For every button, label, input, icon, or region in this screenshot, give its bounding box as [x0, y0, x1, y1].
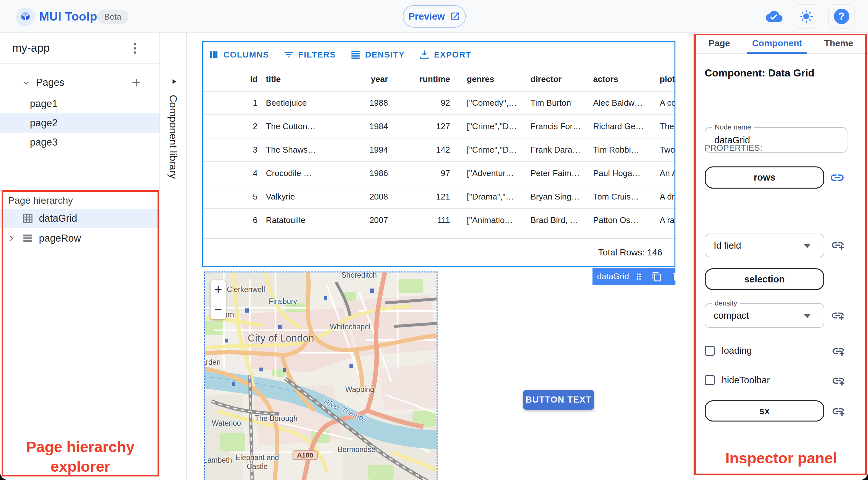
page-hierarchy-title: Page hierarchy: [8, 192, 73, 209]
hidetoolbar-checkbox-row: hideToolbar: [705, 375, 770, 386]
table-cell: 5: [203, 192, 261, 202]
filters-button[interactable]: FILTERS: [283, 49, 336, 60]
table-cell: 2: [203, 122, 261, 131]
table-cell: Brad Bird, …: [527, 215, 589, 225]
column-header-genres[interactable]: genres: [454, 74, 527, 84]
sidebar-page-page2[interactable]: page2: [0, 114, 159, 133]
add-page-icon[interactable]: [130, 77, 142, 88]
table-cell: 4: [203, 168, 261, 178]
sidebar-page-page3[interactable]: page3: [0, 133, 159, 152]
datagrid-header: idtitleyearruntimegenresdirectoractorspl…: [203, 67, 675, 92]
column-header-plot[interactable]: plot: [655, 74, 675, 84]
chevron-right-icon[interactable]: [7, 234, 16, 243]
column-header-runtime[interactable]: runtime: [392, 74, 454, 84]
table-row[interactable]: 4Crocodile …198697["Adventur…Peter Faim……: [203, 162, 675, 185]
open-in-new-icon: [450, 11, 460, 22]
app-name-row: my-app: [0, 33, 159, 64]
total-rows-label: Total Rows: 146: [598, 247, 662, 258]
link-icon[interactable]: [830, 170, 845, 185]
cloud-sync-icon[interactable]: [765, 8, 783, 24]
zoom-in-button[interactable]: +: [211, 280, 226, 300]
table-cell: The Shaws…: [261, 145, 335, 155]
loading-label: loading: [722, 345, 752, 356]
preview-button[interactable]: Preview: [403, 5, 466, 28]
column-header-year[interactable]: year: [335, 74, 392, 84]
component-library-panel[interactable]: Component library: [160, 33, 187, 480]
table-cell: 1988: [335, 98, 392, 108]
help-button[interactable]: ?: [828, 4, 855, 29]
table-row[interactable]: 5Valkyrie2008121["Drama","…Bryan Sing…To…: [203, 185, 675, 209]
add-link-icon[interactable]: [831, 309, 845, 323]
pages-tree-header[interactable]: Pages: [0, 73, 159, 94]
density-button[interactable]: DENSITY: [350, 49, 405, 60]
add-link-icon[interactable]: [831, 238, 845, 252]
selection-property-button[interactable]: selection: [705, 268, 824, 290]
sx-property-button[interactable]: sx: [705, 400, 824, 421]
table-cell: Valkyrie: [261, 192, 335, 202]
delete-icon[interactable]: [671, 271, 682, 282]
table-cell: Tim Burton: [527, 98, 589, 108]
hierarchy-item-pagerow[interactable]: pageRow: [0, 229, 159, 248]
app-name: my-app: [12, 41, 50, 54]
hidetoolbar-checkbox[interactable]: [705, 375, 715, 385]
theme-toggle-button[interactable]: [793, 4, 819, 29]
table-cell: ["Crime","D…: [454, 122, 527, 131]
export-button[interactable]: EXPORT: [419, 49, 471, 60]
columns-button-label: COLUMNS: [223, 50, 269, 60]
beta-badge: Beta: [97, 10, 129, 24]
datagrid-rows: 1Beetlejuice198892["Comedy",…Tim BurtonA…: [203, 92, 675, 232]
tab-page[interactable]: Page: [709, 33, 730, 53]
tab-component[interactable]: Component: [752, 33, 802, 53]
table-row[interactable]: 2The Cotton…1984127["Crime","D…Francis F…: [203, 115, 675, 138]
table-row[interactable]: 3The Shaws…1994142["Crime","D…Frank Dara…: [203, 138, 675, 162]
pages-list: page1page2page3: [0, 94, 159, 152]
column-header-id[interactable]: id: [203, 74, 261, 84]
table-cell: 92: [392, 98, 454, 108]
button-component[interactable]: BUTTON TEXT: [523, 390, 594, 410]
hidetoolbar-label: hideToolbar: [722, 375, 770, 386]
column-header-actors[interactable]: actors: [589, 74, 655, 84]
tab-theme[interactable]: Theme: [824, 33, 853, 53]
filters-button-label: FILTERS: [298, 50, 336, 60]
loading-checkbox[interactable]: [705, 346, 715, 356]
sidebar-page-page1[interactable]: page1: [0, 94, 159, 114]
chevron-down-icon[interactable]: [21, 78, 31, 88]
add-link-icon[interactable]: [831, 404, 845, 418]
top-bar: MUI Toolpad Beta Preview ?: [0, 0, 868, 33]
table-cell: The Cotton…: [261, 122, 335, 131]
zoom-out-button[interactable]: −: [211, 300, 226, 320]
dropdown-caret-icon: [804, 244, 811, 248]
table-cell: 121: [392, 192, 454, 202]
app-menu-kebab-icon[interactable]: [127, 41, 142, 56]
map-label: City of London: [248, 332, 314, 344]
drag-handle-icon[interactable]: [634, 272, 644, 282]
hierarchy-item-label: pageRow: [39, 233, 81, 244]
column-header-director[interactable]: director: [527, 74, 589, 84]
density-select[interactable]: density compact: [705, 303, 824, 328]
table-cell: 1984: [335, 122, 392, 131]
table-cell: 2008: [335, 192, 392, 202]
id-field-select[interactable]: Id field: [705, 233, 824, 257]
map-component[interactable]: ShoreditchClerkenwellFinsburybornWhitech…: [204, 271, 437, 480]
rows-property-button[interactable]: rows: [705, 166, 824, 189]
add-link-icon[interactable]: [831, 374, 845, 388]
id-field-value: Id field: [714, 234, 741, 257]
filter-list-icon: [283, 49, 294, 60]
table-row[interactable]: 1Beetlejuice198892["Comedy",…Tim BurtonA…: [203, 92, 675, 115]
map-graphic: [205, 273, 437, 480]
datagrid-component[interactable]: COLUMNS FILTERS DENSITY EXPORT idtitleye…: [202, 41, 676, 267]
table-cell: 97: [392, 168, 454, 178]
column-header-title[interactable]: title: [261, 74, 335, 84]
table-row[interactable]: 6Ratatouille2007111["Animatio…Brad Bird,…: [203, 209, 675, 232]
map-label: Whitechapel: [330, 323, 371, 331]
duplicate-icon[interactable]: [652, 271, 662, 282]
map-zoom-control: + −: [211, 280, 226, 319]
inspector-tabs: Page Component Theme: [694, 33, 868, 54]
loading-checkbox-row: loading: [705, 345, 752, 356]
expand-panel-arrow-icon[interactable]: [170, 77, 178, 86]
add-link-icon[interactable]: [831, 344, 845, 358]
columns-button[interactable]: COLUMNS: [208, 49, 269, 60]
hierarchy-item-datagrid[interactable]: dataGrid: [0, 209, 159, 228]
table-cell: ["Comedy",…: [454, 98, 527, 108]
table-cell: Beetlejuice: [261, 98, 335, 108]
